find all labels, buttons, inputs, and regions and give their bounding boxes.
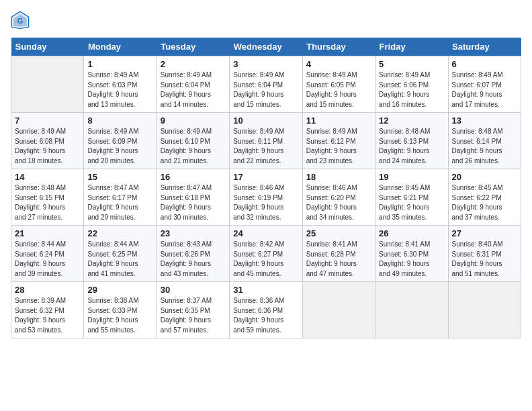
calendar-week-4: 28Sunrise: 8:39 AM Sunset: 6:32 PM Dayli… — [11, 282, 521, 338]
calendar-table: SundayMondayTuesdayWednesdayThursdayFrid… — [11, 38, 521, 338]
calendar-cell: 24Sunrise: 8:42 AM Sunset: 6:27 PM Dayli… — [230, 226, 302, 282]
day-number: 12 — [379, 116, 444, 126]
day-info: Sunrise: 8:49 AM Sunset: 6:11 PM Dayligh… — [233, 127, 298, 166]
calendar-cell: 25Sunrise: 8:41 AM Sunset: 6:28 PM Dayli… — [302, 226, 375, 282]
calendar-cell: 21Sunrise: 8:44 AM Sunset: 6:24 PM Dayli… — [11, 226, 84, 282]
day-info: Sunrise: 8:44 AM Sunset: 6:25 PM Dayligh… — [87, 240, 152, 279]
day-number: 21 — [15, 228, 80, 238]
day-info: Sunrise: 8:46 AM Sunset: 6:19 PM Dayligh… — [233, 183, 298, 222]
calendar-cell: 14Sunrise: 8:48 AM Sunset: 6:15 PM Dayli… — [11, 169, 84, 226]
day-number: 15 — [87, 172, 152, 182]
day-number: 2 — [161, 59, 226, 69]
calendar-cell: 10Sunrise: 8:49 AM Sunset: 6:11 PM Dayli… — [230, 113, 302, 169]
calendar-cell: 19Sunrise: 8:45 AM Sunset: 6:21 PM Dayli… — [375, 169, 448, 226]
calendar-cell: 16Sunrise: 8:47 AM Sunset: 6:18 PM Dayli… — [157, 169, 229, 226]
calendar-cell: 11Sunrise: 8:49 AM Sunset: 6:12 PM Dayli… — [302, 113, 375, 169]
day-number: 1 — [87, 59, 152, 69]
header-tuesday: Tuesday — [157, 38, 229, 56]
calendar-cell: 3Sunrise: 8:49 AM Sunset: 6:04 PM Daylig… — [230, 56, 302, 113]
calendar-week-2: 14Sunrise: 8:48 AM Sunset: 6:15 PM Dayli… — [11, 169, 521, 226]
day-info: Sunrise: 8:39 AM Sunset: 6:32 PM Dayligh… — [15, 296, 80, 335]
day-number: 30 — [161, 285, 226, 295]
day-number: 5 — [379, 59, 444, 69]
day-number: 9 — [161, 116, 226, 126]
day-info: Sunrise: 8:45 AM Sunset: 6:21 PM Dayligh… — [379, 183, 444, 222]
day-info: Sunrise: 8:42 AM Sunset: 6:27 PM Dayligh… — [233, 240, 298, 279]
day-info: Sunrise: 8:49 AM Sunset: 6:10 PM Dayligh… — [161, 127, 226, 166]
calendar-cell: 12Sunrise: 8:48 AM Sunset: 6:13 PM Dayli… — [375, 113, 448, 169]
calendar-cell: 7Sunrise: 8:49 AM Sunset: 6:08 PM Daylig… — [11, 113, 84, 169]
day-info: Sunrise: 8:49 AM Sunset: 6:05 PM Dayligh… — [306, 71, 371, 109]
day-number: 19 — [379, 172, 444, 182]
calendar-cell: 18Sunrise: 8:46 AM Sunset: 6:20 PM Dayli… — [302, 169, 375, 226]
day-number: 3 — [233, 59, 298, 69]
calendar-cell: 29Sunrise: 8:38 AM Sunset: 6:33 PM Dayli… — [84, 282, 157, 338]
day-info: Sunrise: 8:38 AM Sunset: 6:33 PM Dayligh… — [87, 296, 152, 335]
day-number: 18 — [306, 172, 371, 182]
day-info: Sunrise: 8:48 AM Sunset: 6:15 PM Dayligh… — [15, 183, 80, 222]
day-number: 11 — [306, 116, 371, 126]
page-header: G — [11, 11, 521, 30]
day-number: 14 — [15, 172, 80, 182]
header-wednesday: Wednesday — [230, 38, 302, 56]
calendar-cell: 4Sunrise: 8:49 AM Sunset: 6:05 PM Daylig… — [302, 56, 375, 113]
day-info: Sunrise: 8:49 AM Sunset: 6:03 PM Dayligh… — [87, 71, 152, 109]
day-number: 28 — [15, 285, 80, 295]
day-number: 6 — [452, 59, 517, 69]
calendar-cell: 6Sunrise: 8:49 AM Sunset: 6:07 PM Daylig… — [448, 56, 521, 113]
calendar-cell — [448, 282, 521, 338]
day-number: 13 — [452, 116, 517, 126]
day-number: 26 — [379, 228, 444, 238]
calendar-cell: 27Sunrise: 8:40 AM Sunset: 6:31 PM Dayli… — [448, 226, 521, 282]
day-number: 31 — [233, 285, 298, 295]
day-info: Sunrise: 8:48 AM Sunset: 6:14 PM Dayligh… — [452, 127, 517, 166]
day-number: 8 — [87, 116, 152, 126]
calendar-cell: 26Sunrise: 8:41 AM Sunset: 6:30 PM Dayli… — [375, 226, 448, 282]
logo: G — [11, 11, 32, 30]
day-info: Sunrise: 8:46 AM Sunset: 6:20 PM Dayligh… — [306, 183, 371, 222]
day-info: Sunrise: 8:49 AM Sunset: 6:08 PM Dayligh… — [15, 127, 80, 166]
header-thursday: Thursday — [302, 38, 375, 56]
day-number: 27 — [452, 228, 517, 238]
day-info: Sunrise: 8:36 AM Sunset: 6:36 PM Dayligh… — [233, 296, 298, 335]
header-saturday: Saturday — [448, 38, 521, 56]
day-info: Sunrise: 8:37 AM Sunset: 6:35 PM Dayligh… — [161, 296, 226, 335]
calendar-cell: 22Sunrise: 8:44 AM Sunset: 6:25 PM Dayli… — [84, 226, 157, 282]
day-info: Sunrise: 8:48 AM Sunset: 6:13 PM Dayligh… — [379, 127, 444, 166]
day-info: Sunrise: 8:41 AM Sunset: 6:28 PM Dayligh… — [306, 240, 371, 279]
calendar-header-row: SundayMondayTuesdayWednesdayThursdayFrid… — [11, 38, 521, 56]
day-info: Sunrise: 8:49 AM Sunset: 6:07 PM Dayligh… — [452, 71, 517, 109]
day-info: Sunrise: 8:47 AM Sunset: 6:18 PM Dayligh… — [161, 183, 226, 222]
day-number: 20 — [452, 172, 517, 182]
calendar-cell: 15Sunrise: 8:47 AM Sunset: 6:17 PM Dayli… — [84, 169, 157, 226]
calendar-cell: 9Sunrise: 8:49 AM Sunset: 6:10 PM Daylig… — [157, 113, 229, 169]
calendar-week-0: 1Sunrise: 8:49 AM Sunset: 6:03 PM Daylig… — [11, 56, 521, 113]
header-monday: Monday — [84, 38, 157, 56]
calendar-cell: 31Sunrise: 8:36 AM Sunset: 6:36 PM Dayli… — [230, 282, 302, 338]
day-number: 16 — [161, 172, 226, 182]
day-number: 25 — [306, 228, 371, 238]
calendar-cell: 17Sunrise: 8:46 AM Sunset: 6:19 PM Dayli… — [230, 169, 302, 226]
logo-icon: G — [11, 11, 30, 30]
day-number: 17 — [233, 172, 298, 182]
day-info: Sunrise: 8:49 AM Sunset: 6:04 PM Dayligh… — [161, 71, 226, 109]
calendar-cell: 13Sunrise: 8:48 AM Sunset: 6:14 PM Dayli… — [448, 113, 521, 169]
calendar-cell — [375, 282, 448, 338]
day-info: Sunrise: 8:47 AM Sunset: 6:17 PM Dayligh… — [87, 183, 152, 222]
calendar-week-1: 7Sunrise: 8:49 AM Sunset: 6:08 PM Daylig… — [11, 113, 521, 169]
day-info: Sunrise: 8:40 AM Sunset: 6:31 PM Dayligh… — [452, 240, 517, 279]
calendar-week-3: 21Sunrise: 8:44 AM Sunset: 6:24 PM Dayli… — [11, 226, 521, 282]
calendar-cell: 8Sunrise: 8:49 AM Sunset: 6:09 PM Daylig… — [84, 113, 157, 169]
day-info: Sunrise: 8:49 AM Sunset: 6:06 PM Dayligh… — [379, 71, 444, 109]
day-info: Sunrise: 8:41 AM Sunset: 6:30 PM Dayligh… — [379, 240, 444, 279]
day-info: Sunrise: 8:44 AM Sunset: 6:24 PM Dayligh… — [15, 240, 80, 279]
calendar-cell: 20Sunrise: 8:45 AM Sunset: 6:22 PM Dayli… — [448, 169, 521, 226]
day-number: 10 — [233, 116, 298, 126]
header-sunday: Sunday — [11, 38, 84, 56]
day-number: 22 — [87, 228, 152, 238]
day-number: 7 — [15, 116, 80, 126]
calendar-cell: 2Sunrise: 8:49 AM Sunset: 6:04 PM Daylig… — [157, 56, 229, 113]
day-number: 23 — [161, 228, 226, 238]
day-number: 4 — [306, 59, 371, 69]
day-info: Sunrise: 8:49 AM Sunset: 6:09 PM Dayligh… — [87, 127, 152, 166]
